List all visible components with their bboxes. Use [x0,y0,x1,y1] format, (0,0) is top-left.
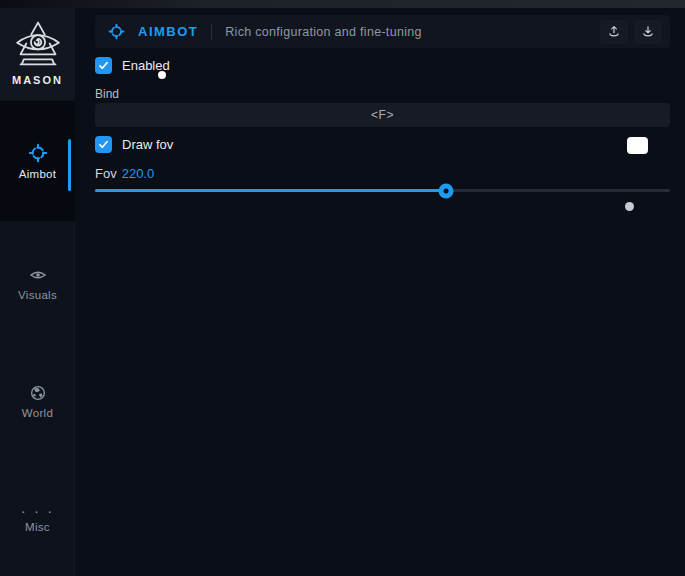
eye-icon [29,266,47,284]
draw-fov-row: Draw fov [95,136,173,153]
mason-menu-window: MASON Aimbot Visuals [0,0,685,576]
fov-slider-handle[interactable] [438,183,453,198]
mouse-cursor-dot [158,71,166,79]
bind-input[interactable]: <F> [95,103,670,127]
checkmark-icon [98,60,109,71]
sidebar-item-label: Misc [25,521,50,533]
crosshair-icon [28,143,48,163]
panel-subtitle: Rich configuration and fine-tuning [225,25,594,39]
panel-title: AIMBOT [138,24,198,39]
ellipsis-icon: · · · [21,506,54,516]
sidebar-item-label: Visuals [18,289,57,301]
header-divider [211,24,212,40]
sidebar-item-label: Aimbot [19,168,57,180]
sidebar-item-misc[interactable]: · · · Misc [0,484,75,554]
download-icon [641,24,655,39]
download-config-button[interactable] [634,20,662,44]
sidebar: MASON Aimbot Visuals [0,8,75,576]
fov-slider[interactable] [95,182,670,198]
globe-icon [29,384,47,402]
draw-fov-label: Draw fov [122,137,173,152]
crosshair-icon [108,23,125,40]
active-tab-indicator [68,139,71,191]
fov-slider-fill [95,189,446,192]
bind-value: <F> [371,108,394,122]
enabled-checkbox[interactable] [95,57,112,74]
fov-label: Fov220.0 [95,166,154,181]
sidebar-item-world[interactable]: World [0,366,75,436]
window-top-strip [0,0,685,8]
checkmark-icon [98,139,109,150]
sidebar-item-visuals[interactable]: Visuals [0,248,75,318]
brand-name: MASON [12,74,63,86]
upload-icon [607,24,621,39]
indicator-dot [625,202,634,211]
fov-label-text: Fov [95,166,117,181]
bind-label: Bind [95,87,119,101]
fov-value: 220.0 [122,166,155,181]
sidebar-item-label: World [22,407,53,419]
upload-config-button[interactable] [600,20,628,44]
panel-header: AIMBOT Rich configuration and fine-tunin… [95,15,670,48]
aimbot-panel: AIMBOT Rich configuration and fine-tunin… [76,8,685,576]
fov-color-swatch[interactable] [627,137,648,154]
sidebar-item-aimbot[interactable]: Aimbot [0,100,75,222]
draw-fov-checkbox[interactable] [95,136,112,153]
brand-logo: MASON [0,8,75,100]
mason-eye-pyramid-icon [13,20,63,72]
